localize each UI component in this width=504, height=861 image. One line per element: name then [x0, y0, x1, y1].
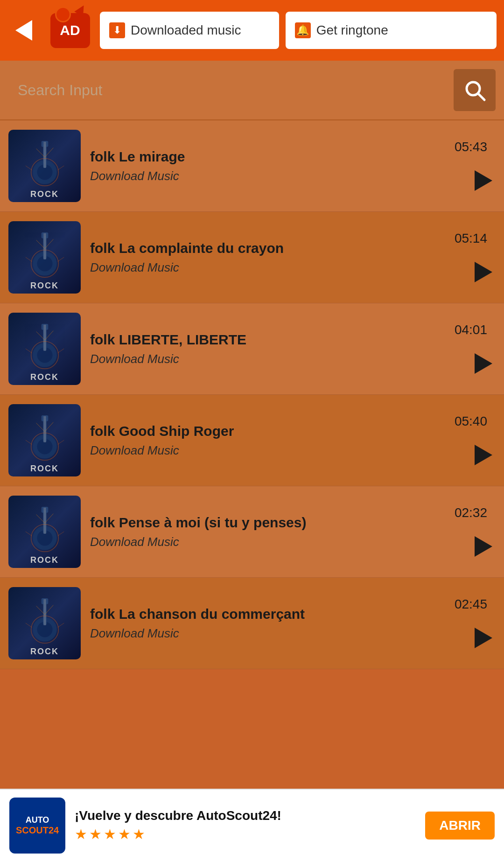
download-music-label: Download Music — [90, 626, 445, 641]
music-list: ROCK folk Le mirage Download Music 05:43 — [0, 120, 504, 669]
album-art: ROCK — [8, 496, 81, 568]
get-ringtone-button[interactable]: 🔔 Get ringtone — [286, 12, 497, 49]
play-button[interactable] — [471, 168, 496, 193]
svg-line-12 — [25, 166, 32, 170]
ad-scout-text: SCOUT24 — [16, 825, 59, 836]
play-icon — [475, 262, 492, 282]
svg-line-60 — [25, 532, 32, 536]
guitar-icon — [8, 221, 81, 284]
svg-line-24 — [25, 257, 32, 261]
play-button[interactable] — [471, 260, 496, 284]
music-info: folk LIBERTE, LIBERTE Download Music — [90, 331, 445, 366]
star-2: ★ — [89, 826, 102, 842]
star-3: ★ — [104, 826, 116, 842]
album-art: ROCK — [8, 404, 81, 476]
guitar-icon — [8, 404, 81, 467]
music-right: 05:14 — [455, 231, 496, 284]
music-duration: 02:32 — [455, 505, 487, 520]
svg-line-13 — [57, 166, 64, 170]
search-button[interactable] — [454, 69, 496, 111]
play-icon — [475, 170, 492, 191]
music-info: folk La chanson du commerçant Download M… — [90, 606, 445, 641]
music-list-item[interactable]: ROCK folk Le mirage Download Music 05:43 — [0, 120, 504, 212]
play-button[interactable] — [471, 534, 496, 559]
album-art: ROCK — [8, 313, 81, 385]
music-list-item[interactable]: ROCK folk LIBERTE, LIBERTE Download Musi… — [0, 303, 504, 395]
ad-content: ¡Vuelve y descubre AutoScout24! ★ ★ ★ ★ … — [75, 808, 416, 842]
download-music-label: Download Music — [90, 169, 445, 183]
music-duration: 04:01 — [455, 322, 487, 337]
back-button[interactable] — [7, 14, 40, 47]
get-ringtone-label: Get ringtone — [316, 23, 388, 38]
music-list-item[interactable]: ROCK folk La complainte du crayon Downlo… — [0, 212, 504, 303]
play-button[interactable] — [471, 626, 496, 650]
music-right: 05:43 — [455, 140, 496, 193]
star-half: ★ — [133, 826, 145, 842]
svg-line-48 — [25, 440, 32, 444]
svg-line-36 — [25, 349, 32, 353]
music-list-item[interactable]: ROCK folk Pense à moi (si tu y penses) D… — [0, 486, 504, 578]
album-art: ROCK — [8, 130, 81, 202]
genre-label: ROCK — [30, 281, 59, 294]
music-title: folk Good Ship Roger — [90, 423, 445, 440]
svg-line-37 — [57, 349, 64, 353]
genre-label: ROCK — [30, 464, 59, 476]
guitar-icon — [8, 496, 81, 559]
music-duration: 05:43 — [455, 140, 487, 154]
download-music-label: Download Music — [90, 260, 445, 275]
abrir-button[interactable]: ABRIR — [425, 812, 495, 840]
svg-line-73 — [57, 623, 64, 627]
download-icon: ⬇ — [109, 22, 125, 38]
search-bar — [0, 61, 504, 120]
ad-logo-box: AD — [50, 13, 90, 48]
music-info: folk Pense à moi (si tu y penses) Downlo… — [90, 514, 445, 549]
music-info: folk Good Ship Roger Download Music — [90, 423, 445, 458]
music-title: folk Le mirage — [90, 148, 445, 165]
ad-title: ¡Vuelve y descubre AutoScout24! — [75, 808, 416, 823]
music-right: 04:01 — [455, 322, 496, 376]
music-right: 05:40 — [455, 414, 496, 467]
play-icon — [475, 353, 492, 374]
play-icon — [475, 536, 492, 557]
download-music-label: Download Music — [90, 443, 445, 458]
svg-line-72 — [25, 623, 32, 627]
svg-line-1 — [478, 93, 484, 100]
svg-line-61 — [57, 532, 64, 536]
music-right: 02:45 — [455, 597, 496, 650]
autoscout-logo: AUTO SCOUT24 — [9, 798, 65, 854]
download-music-label: Download Music — [90, 535, 445, 549]
play-icon — [475, 628, 492, 648]
music-right: 02:32 — [455, 505, 496, 559]
ad-auto-text: AUTO — [26, 815, 49, 825]
search-input[interactable] — [8, 69, 454, 111]
album-art: ROCK — [8, 587, 81, 659]
music-title: folk Pense à moi (si tu y penses) — [90, 514, 445, 531]
ad-stars: ★ ★ ★ ★ ★ — [75, 826, 416, 842]
ad-banner: AUTO SCOUT24 ¡Vuelve y descubre AutoScou… — [0, 789, 504, 861]
music-info: folk Le mirage Download Music — [90, 148, 445, 183]
music-duration: 05:40 — [455, 414, 487, 429]
search-icon — [463, 78, 486, 102]
album-art: ROCK — [8, 221, 81, 294]
genre-label: ROCK — [30, 372, 59, 385]
genre-label: ROCK — [30, 555, 59, 568]
guitar-icon — [8, 587, 81, 650]
music-duration: 02:45 — [455, 597, 487, 612]
guitar-icon — [8, 313, 81, 376]
music-title: folk La complainte du crayon — [90, 240, 445, 257]
ad-logo: AD — [47, 8, 93, 53]
star-1: ★ — [75, 826, 87, 842]
play-button[interactable] — [471, 443, 496, 467]
svg-line-49 — [57, 440, 64, 444]
play-icon — [475, 445, 492, 465]
music-list-item[interactable]: ROCK folk Good Ship Roger Download Music… — [0, 395, 504, 486]
genre-label: ROCK — [30, 647, 59, 659]
downloaded-music-button[interactable]: ⬇ Downloaded music — [100, 12, 279, 49]
star-4: ★ — [118, 826, 131, 842]
play-button[interactable] — [471, 351, 496, 376]
back-arrow-icon — [15, 20, 32, 41]
download-music-label: Download Music — [90, 352, 445, 366]
music-duration: 05:14 — [455, 231, 487, 246]
music-list-item[interactable]: ROCK folk La chanson du commerçant Downl… — [0, 578, 504, 669]
music-info: folk La complainte du crayon Download Mu… — [90, 240, 445, 275]
